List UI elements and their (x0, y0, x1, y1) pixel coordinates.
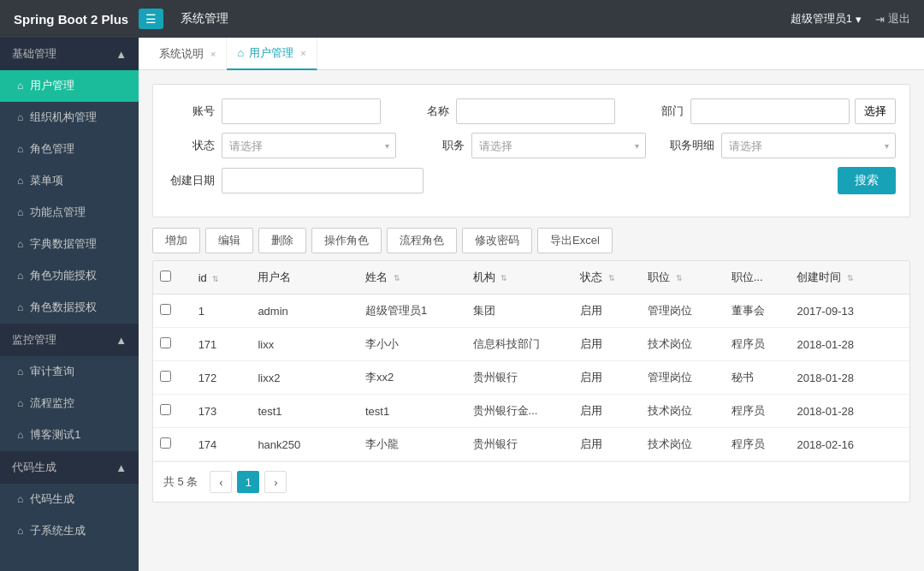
sidebar-group-基础管理[interactable]: 基础管理▲ (0, 38, 139, 70)
row-checkbox[interactable] (160, 371, 171, 382)
sidebar-item-label: 菜单项 (30, 173, 63, 188)
select-all-checkbox[interactable] (160, 271, 171, 282)
sidebar-item-审计查询[interactable]: ⌂审计查询 (0, 356, 139, 388)
tab-close-系统说明[interactable]: × (210, 49, 216, 59)
pagination-prev[interactable]: ‹ (210, 471, 232, 493)
sidebar-item-角色数据授权[interactable]: ⌂角色数据授权 (0, 292, 139, 324)
status-select[interactable]: 请选择 (222, 133, 396, 158)
row-jobdesc: 程序员 (725, 395, 791, 428)
sidebar-item-代码生成[interactable]: ⌂代码生成 (0, 484, 139, 515)
row-username: lixx2 (251, 361, 358, 395)
pagination-next[interactable]: › (264, 471, 287, 493)
action-btn-导出Excel[interactable]: 导出Excel (537, 228, 613, 253)
th-position[interactable]: 职位 ⇅ (641, 261, 725, 294)
duty-detail-field: 职务明细 请选择 ▾ (666, 133, 896, 158)
tab-close-用户管理[interactable]: × (300, 48, 305, 58)
action-btn-修改密码[interactable]: 修改密码 (462, 228, 532, 253)
row-jobdesc: 程序员 (725, 328, 791, 361)
row-status: 启用 (573, 428, 641, 461)
search-button[interactable]: 搜索 (838, 167, 896, 194)
th-time[interactable]: 创建时间 ⇅ (790, 261, 909, 294)
row-org: 贵州银行 (466, 361, 574, 395)
row-name: 超级管理员1 (358, 294, 466, 328)
row-created: 2018-02-16 (790, 428, 909, 461)
row-checkbox[interactable] (160, 337, 171, 348)
dept-select-button[interactable]: 选择 (855, 98, 896, 124)
name-input[interactable] (456, 98, 615, 124)
sort-time-icon: ⇅ (847, 274, 854, 283)
data-table-wrapper: id ⇅ 用户名 姓名 ⇅ 机构 ⇅ 状态 ⇅ 职位 ⇅ 职位... 创建时间 … (152, 260, 910, 503)
row-checkbox-cell (153, 428, 192, 461)
name-field: 名称 (401, 98, 615, 124)
row-status: 启用 (573, 395, 641, 428)
app: Spring Boot 2 Plus ☰ 系统管理 超级管理员1 ▾ ⇥ 退出 … (0, 0, 924, 571)
th-status[interactable]: 状态 ⇅ (573, 261, 641, 294)
row-created: 2018-01-28 (790, 395, 909, 428)
action-btn-操作角色[interactable]: 操作角色 (311, 228, 382, 253)
sidebar-item-label: 字典数据管理 (30, 236, 97, 252)
sidebar-group-监控管理[interactable]: 监控管理▲ (0, 324, 139, 356)
sidebar-item-icon: ⌂ (17, 397, 23, 409)
row-id: 172 (192, 361, 252, 395)
sidebar-item-流程监控[interactable]: ⌂流程监控 (0, 388, 139, 419)
sidebar-item-子系统生成[interactable]: ⌂子系统生成 (0, 515, 139, 547)
duty-select[interactable]: 请选择 (471, 133, 646, 158)
sort-id-icon: ⇅ (212, 275, 219, 283)
row-position: 技术岗位 (641, 328, 725, 361)
status-label: 状态 (167, 138, 215, 153)
table-row: 173 test1 test1 贵州银行金... 启用 技术岗位 程序员 201… (153, 395, 909, 428)
sidebar-item-icon: ⌂ (17, 206, 23, 218)
sidebar-item-博客测试1[interactable]: ⌂博客测试1 (0, 419, 139, 451)
sidebar-item-功能点管理[interactable]: ⌂功能点管理 (0, 197, 139, 229)
tab-系统说明[interactable]: 系统说明× (149, 38, 227, 70)
pagination: 共 5 条 ‹ 1 › (153, 461, 909, 502)
sidebar-item-字典数据管理[interactable]: ⌂字典数据管理 (0, 229, 139, 260)
nav-title: 系统管理 (181, 11, 228, 27)
create-date-input[interactable] (222, 168, 424, 193)
sidebar-group-代码生成[interactable]: 代码生成▲ (0, 451, 139, 484)
form-row-1: 账号 名称 部门 (167, 98, 896, 124)
pagination-total: 共 5 条 (163, 474, 198, 490)
row-id: 171 (192, 328, 252, 361)
create-date-label: 创建日期 (167, 173, 215, 188)
th-jobdesc: 职位... (725, 261, 791, 294)
sidebar-item-组织机构管理[interactable]: ⌂组织机构管理 (0, 102, 139, 134)
action-btn-流程角色[interactable]: 流程角色 (387, 228, 457, 253)
pagination-page-1[interactable]: 1 (237, 471, 259, 493)
account-input[interactable] (222, 98, 381, 124)
row-checkbox[interactable] (160, 304, 171, 315)
action-btn-删除[interactable]: 删除 (258, 228, 306, 253)
dept-input[interactable] (690, 98, 850, 124)
row-checkbox[interactable] (160, 404, 171, 415)
search-form: 账号 名称 部门 (152, 84, 910, 217)
sidebar-item-用户管理[interactable]: ⌂用户管理 (0, 70, 139, 102)
duty-label: 职务 (417, 138, 465, 153)
sidebar-item-角色功能授权[interactable]: ⌂角色功能授权 (0, 260, 139, 292)
action-btn-增加[interactable]: 增加 (152, 228, 200, 253)
row-checkbox-cell (153, 294, 192, 328)
sidebar-group-arrow: ▲ (116, 48, 127, 61)
row-id: 1 (192, 294, 252, 328)
table-row: 1 admin 超级管理员1 集团 启用 管理岗位 董事会 2017-09-13 (153, 294, 909, 328)
account-label: 账号 (167, 104, 215, 119)
action-btn-编辑[interactable]: 编辑 (205, 228, 253, 253)
row-checkbox-cell (153, 328, 192, 361)
tab-icon: ⌂ (237, 46, 244, 59)
logout-button[interactable]: ⇥ 退出 (875, 11, 910, 27)
th-id[interactable]: id ⇅ (192, 261, 252, 294)
menu-toggle-button[interactable]: ☰ (139, 9, 163, 29)
tab-label: 用户管理 (249, 45, 293, 61)
user-menu[interactable]: 超级管理员1 ▾ (791, 11, 862, 27)
row-position: 管理岗位 (641, 361, 725, 395)
main-area: 基础管理▲⌂用户管理⌂组织机构管理⌂角色管理⌂菜单项⌂功能点管理⌂字典数据管理⌂… (0, 38, 924, 571)
duty-detail-select[interactable]: 请选择 (721, 133, 896, 158)
sidebar-item-菜单项[interactable]: ⌂菜单项 (0, 165, 139, 197)
tab-用户管理[interactable]: ⌂用户管理× (227, 38, 317, 70)
row-checkbox[interactable] (160, 437, 171, 449)
th-name[interactable]: 姓名 ⇅ (358, 261, 466, 294)
content-area: 系统说明×⌂用户管理× 账号 名称 (139, 38, 924, 571)
th-org[interactable]: 机构 ⇅ (466, 261, 574, 294)
sort-name-icon: ⇅ (394, 274, 400, 283)
sidebar-item-角色管理[interactable]: ⌂角色管理 (0, 134, 139, 165)
duty-detail-select-wrapper: 请选择 ▾ (721, 133, 896, 158)
